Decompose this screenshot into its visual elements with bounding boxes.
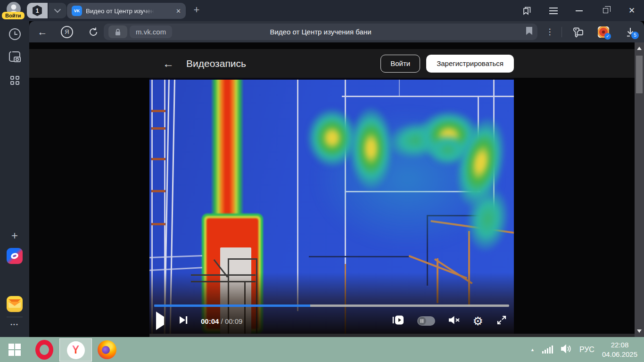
tab-group-control[interactable]: 1 xyxy=(27,3,66,18)
scroll-down-arrow[interactable] xyxy=(637,329,642,333)
scroll-up-arrow[interactable] xyxy=(637,47,642,50)
page-scrollbar[interactable] xyxy=(635,42,644,337)
fullscreen-button[interactable] xyxy=(496,314,507,328)
tab-group-counter[interactable]: 1 xyxy=(27,3,48,18)
browser-menu-button[interactable] xyxy=(543,0,564,21)
tableau-button[interactable] xyxy=(0,72,29,88)
new-tab-button[interactable]: + xyxy=(190,4,203,16)
reload-icon xyxy=(88,27,99,37)
history-button[interactable] xyxy=(0,26,29,41)
play-icon xyxy=(156,312,164,330)
grid-icon xyxy=(10,76,19,85)
player-controls: 00:04 / 00:09 ⚙ xyxy=(156,311,507,331)
start-button[interactable] xyxy=(0,337,29,362)
sidebar-more-button[interactable]: ••• xyxy=(0,319,29,329)
vk-register-button[interactable]: Зарегистрироваться xyxy=(426,55,514,73)
video-progress-bar[interactable] xyxy=(154,304,509,307)
site-security-chip[interactable] xyxy=(108,25,127,38)
tab-list-dropdown[interactable] xyxy=(49,3,66,18)
video-player[interactable]: 00:04 / 00:09 ⚙ xyxy=(149,78,514,334)
thermal-detail xyxy=(342,96,514,97)
tray-expand-button[interactable]: ▲ xyxy=(530,347,535,352)
browser-tab-active[interactable]: VK Видео от Центр изучен ✕ xyxy=(67,3,186,19)
toggle-knob xyxy=(418,317,426,325)
tray-time: 22:08 xyxy=(602,340,637,350)
side-panel-button[interactable] xyxy=(516,0,537,21)
back-arrow-icon: ← xyxy=(38,26,48,38)
taskbar-opera-button[interactable] xyxy=(29,337,59,362)
window-close-button[interactable]: ✕ xyxy=(621,0,642,21)
window-minimize-button[interactable] xyxy=(569,0,589,21)
thermal-detail xyxy=(228,258,257,260)
browser-tab-bar: Войти 1 VK Видео от Центр изучен ✕ + ✕ xyxy=(0,0,644,21)
thermal-detail xyxy=(425,132,470,167)
duration: 00:09 xyxy=(225,317,243,325)
sidebar-app-o-button[interactable] xyxy=(0,247,29,265)
address-bar-menu-button[interactable]: ⋮ xyxy=(543,21,556,42)
extension-button[interactable]: ✓ xyxy=(593,21,614,42)
fullscreen-icon xyxy=(496,314,507,326)
settings-button[interactable]: ⚙ xyxy=(473,315,483,327)
extension-check-badge: ✓ xyxy=(604,33,611,40)
thermal-detail xyxy=(151,127,165,130)
thermal-detail xyxy=(149,267,202,271)
more-dots-icon: ••• xyxy=(10,321,19,327)
vk-page-header: ← Видеозапись Войти Зарегистрироваться xyxy=(29,49,635,78)
window-restore-button[interactable] xyxy=(595,0,616,21)
bookmark-page-button[interactable] xyxy=(526,26,533,37)
pip-button[interactable] xyxy=(392,314,405,328)
tab-count-shield: 1 xyxy=(32,5,43,16)
kebab-icon: ⋮ xyxy=(546,27,554,37)
taskbar-firefox-button[interactable] xyxy=(92,337,122,362)
play-button[interactable] xyxy=(156,317,164,325)
thermal-chimney xyxy=(211,78,244,218)
gear-icon: ⚙ xyxy=(473,314,483,328)
chevron-down-icon xyxy=(54,6,61,13)
thermal-detail xyxy=(151,223,165,225)
firefox-icon xyxy=(98,340,116,359)
autoplay-toggle[interactable] xyxy=(417,316,435,326)
vk-back-button[interactable]: ← xyxy=(163,57,174,70)
tab-title: Видео от Центр изучен xyxy=(86,8,154,15)
address-bar[interactable]: m.vk.com Видео от Центр изучения бани xyxy=(104,24,537,40)
sidebar-divider xyxy=(7,317,23,317)
network-signal-icon[interactable] xyxy=(542,346,553,354)
video-time: 00:04 / 00:09 xyxy=(201,317,242,325)
nav-back-button[interactable]: ← xyxy=(34,21,51,42)
mute-button[interactable] xyxy=(448,315,460,327)
opera-icon xyxy=(35,340,53,360)
flower-extension-icon: ✓ xyxy=(598,26,609,38)
o-app-icon xyxy=(7,248,23,264)
next-button[interactable] xyxy=(178,315,189,327)
close-icon: ✕ xyxy=(628,6,635,16)
key-icon xyxy=(572,26,584,38)
yandex-home-button[interactable]: Я xyxy=(58,21,75,42)
mute-icon xyxy=(448,315,460,325)
sidebar-add-button[interactable]: + xyxy=(0,229,29,243)
browser-login-badge[interactable]: Войти xyxy=(2,12,25,19)
screenshot-camera-icon xyxy=(8,50,22,63)
vk-favicon: VK xyxy=(72,6,82,16)
thermal-detail xyxy=(151,110,165,112)
language-indicator[interactable]: РУС xyxy=(579,346,594,354)
downloads-count-badge: 5 xyxy=(631,32,639,39)
yandex-icon: Я xyxy=(61,26,73,38)
screenshot-tool-button[interactable] xyxy=(0,49,29,65)
downloads-button[interactable]: 5 xyxy=(619,21,641,42)
tab-close-icon[interactable]: ✕ xyxy=(176,8,181,15)
vk-login-button[interactable]: Войти xyxy=(380,55,420,73)
restore-icon xyxy=(603,8,608,13)
reload-button[interactable] xyxy=(85,21,102,42)
url-chip[interactable]: m.vk.com xyxy=(130,25,172,38)
thermal-detail xyxy=(399,78,400,97)
taskbar-yandex-button[interactable]: Y xyxy=(59,337,92,362)
toolbar-divider xyxy=(559,21,564,42)
taskbar-clock[interactable]: 22:08 04.06.2025 xyxy=(602,340,637,359)
volume-icon[interactable] xyxy=(561,344,572,355)
current-time: 00:04 xyxy=(201,317,219,325)
hamburger-icon xyxy=(549,10,558,11)
scrollbar-thumb[interactable] xyxy=(636,56,643,93)
sidebar-mail-button[interactable] xyxy=(0,295,29,313)
passwords-button[interactable] xyxy=(568,21,588,42)
mail-icon xyxy=(7,296,23,312)
